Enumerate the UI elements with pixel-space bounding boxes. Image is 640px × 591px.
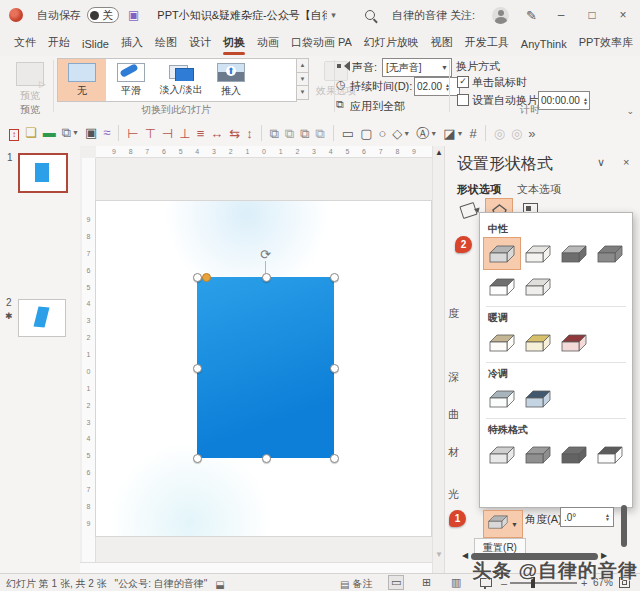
angle-spinner[interactable]: .0° ▲▼ [560,507,614,527]
bevel-preset[interactable] [556,327,592,358]
resize-handle-ne[interactable] [330,273,339,282]
zoom-out-button[interactable]: – [501,577,507,589]
gallery-up-icon[interactable]: ▲ [296,58,309,73]
fill-line-icon[interactable] [455,198,481,222]
slide-sorter-button[interactable]: ⊞ [422,576,431,589]
swoosh-icon[interactable]: ≈ [103,126,110,139]
slide-canvas[interactable]: ⟳ [95,200,432,537]
paste-window-icon[interactable]: ❏ [25,126,37,139]
panel-vertical-scrollbar[interactable] [621,505,627,547]
slide2-thumbnail[interactable] [18,299,66,337]
distribute-h-icon[interactable]: ⇆ [229,127,240,140]
title-caret-icon[interactable]: ▾ [331,10,336,20]
transition-fade[interactable]: 淡入/淡出 [156,59,206,101]
avatar[interactable] [492,7,509,24]
slideshow-button[interactable] [480,578,492,587]
sound-select[interactable]: [无声音] ▼ [382,58,452,77]
rotate-handle[interactable]: ⟳ [260,248,271,261]
resize-handle-se[interactable] [330,454,339,463]
blue-rectangle-shape[interactable] [197,277,334,458]
tab-开发工具[interactable]: 开发工具 [459,31,515,56]
tab-开始[interactable]: 开始 [42,31,76,56]
resize-handle-w[interactable] [193,364,202,373]
gallery-down-icon[interactable]: ▼ [296,73,309,87]
panel-collapse-icon[interactable]: ∨ [597,156,605,169]
maximize-button[interactable]: □ [585,8,599,22]
notes-button[interactable]: ▤ 备注 [340,577,372,591]
panel-close-icon[interactable]: × [623,156,629,168]
tab-shape-options[interactable]: 形状选项 [457,182,501,197]
scroll-down-icon[interactable]: ▼ [435,550,443,559]
tab-iSlide[interactable]: iSlide [76,34,115,56]
tab-text-options[interactable]: 文本选项 [517,182,561,197]
windows-icon[interactable]: ⧉▼ [62,126,79,139]
align-top-icon[interactable]: ⊥ [179,127,190,140]
resize-handle-s[interactable] [262,454,271,463]
top-bevel-button[interactable]: ▼ [483,510,523,538]
bevel-preset[interactable] [592,238,628,269]
bevel-preset[interactable] [484,439,520,470]
tab-AnyThink[interactable]: AnyThink [515,34,573,56]
screen-icon[interactable]: ▣ [85,126,97,139]
search-icon[interactable] [365,10,375,20]
bevel-preset[interactable] [484,271,520,302]
panel-horizontal-scrollbar[interactable] [471,553,598,560]
gallery-more-icon[interactable]: ▼ [296,86,309,100]
transition-push[interactable]: 推入 [206,59,256,101]
bring-front-icon[interactable]: ⧉ [270,127,279,140]
tab-幻灯片放映[interactable]: 幻灯片放映 [358,31,425,56]
align-center-icon[interactable]: ⊤ [145,127,156,140]
bevel-preset[interactable] [556,238,592,269]
bevel-preset-selected[interactable] [484,238,520,269]
oval-tool-icon[interactable]: ○ [378,127,386,140]
tab-PPT效率库[interactable]: PPT效率库 [573,31,639,56]
on-click-checkbox[interactable]: ✓ [457,76,469,88]
apply-all-button[interactable]: 应用到全部 [350,99,405,114]
hscroll-right-icon[interactable]: ▶ [601,551,607,560]
group-icon[interactable]: ⧉ [300,127,309,140]
reading-view-button[interactable]: ▥ [451,576,461,589]
shape-fill-icon[interactable]: ◪▼ [443,127,463,140]
save-icon[interactable]: ▣ [128,9,139,21]
minimize-button[interactable]: – [554,8,568,22]
tab-绘图[interactable]: 绘图 [149,31,183,56]
auto-advance-checkbox[interactable] [457,94,469,106]
pencil-icon[interactable]: ✎ [526,8,537,23]
rectangle-tool-icon[interactable]: ▭ [342,127,354,140]
bevel-preset[interactable] [520,327,556,358]
preview-button[interactable]: 预览 [10,60,50,103]
tab-动画[interactable]: 动画 [251,31,285,56]
fit-to-window-button[interactable] [619,577,630,588]
accessibility-icon[interactable]: ⬓ [215,579,224,590]
document-title[interactable]: PPT小知识&疑难杂症-公众号【自律... [157,8,327,23]
resize-handle-e[interactable] [330,364,339,373]
tab-插入[interactable]: 插入 [115,31,149,56]
spinner-arrows-icon[interactable]: ▲▼ [605,513,610,521]
zoom-percentage[interactable]: 67% [593,577,613,588]
transition-morph[interactable]: 平滑 [106,59,156,101]
adjust-handle[interactable] [202,273,211,282]
collapse-ribbon-icon[interactable]: ⌄ [626,106,634,116]
more-tools-icon[interactable]: » [528,127,535,140]
tab-视图[interactable]: 视图 [425,31,459,56]
transition-none[interactable]: 无 [58,59,106,101]
tab-设计[interactable]: 设计 [183,31,217,56]
align-right-icon[interactable]: ⊣ [162,127,173,140]
slide1-thumbnail[interactable] [18,153,68,193]
green-bar-icon[interactable]: ▬ [43,126,56,139]
shapes-menu-icon[interactable]: ◇▼ [392,127,410,140]
disabled-tool-2-icon[interactable]: ◎ [511,127,522,140]
close-button[interactable]: × [616,8,630,22]
tab-切换[interactable]: 切换 [217,31,251,56]
bevel-preset[interactable] [520,238,556,269]
align-bottom-icon[interactable]: ↔ [210,127,223,140]
resize-handle-n[interactable] [262,273,271,282]
resize-handle-sw[interactable] [193,454,202,463]
bevel-preset[interactable] [520,271,556,302]
tab-口袋动画 PA[interactable]: 口袋动画 PA [285,31,358,56]
ungroup-icon[interactable]: ⧉ [316,127,325,140]
normal-view-button[interactable]: ▭ [388,575,404,590]
zoom-slider-thumb[interactable] [531,577,535,588]
hscroll-left-icon[interactable]: ◀ [462,551,468,560]
bevel-preset[interactable] [484,327,520,358]
